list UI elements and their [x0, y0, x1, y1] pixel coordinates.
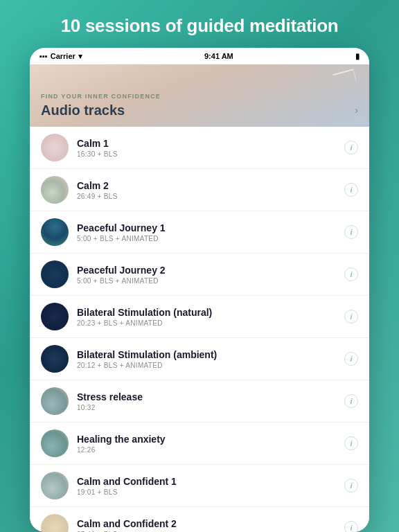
track-meta: 5:00 + BLS + ANIMATED [77, 235, 344, 242]
banner-subtitle: FIND YOUR INNER CONFIDENCE [41, 93, 358, 100]
status-bar: ▪▪▪ Carrier ▾ 9:41 AM ▮ [30, 48, 369, 64]
track-list: Calm 1 16:30 + BLS i Calm 2 26:49 + BLS … [30, 127, 369, 532]
track-item-2[interactable]: Calm 2 26:49 + BLS i [30, 169, 369, 211]
info-icon[interactable]: i [344, 183, 358, 197]
track-info: Calm 2 26:49 + BLS [77, 180, 344, 200]
track-name: Peaceful Journey 2 [77, 265, 344, 276]
track-item-4[interactable]: Peaceful Journey 2 5:00 + BLS + ANIMATED… [30, 254, 369, 296]
info-icon[interactable]: i [344, 225, 358, 239]
track-avatar [41, 345, 69, 373]
status-time: 9:41 AM [204, 52, 233, 60]
track-meta: 20:23 + BLS + ANIMATED [77, 319, 344, 327]
track-name: Bilateral Stimulation (ambient) [77, 349, 344, 360]
track-avatar [41, 429, 69, 457]
track-item-5[interactable]: Bilateral Stimulation (natural) 20:23 + … [30, 296, 369, 338]
track-info: Calm and Confident 2 27:41 + BLS [77, 518, 344, 533]
status-left: ▪▪▪ Carrier ▾ [39, 52, 82, 61]
track-meta: 20:12 + BLS + ANIMATED [77, 362, 344, 369]
track-item-7[interactable]: Stress release 10:32 i [30, 380, 369, 423]
track-info: Calm and Confident 1 19:01 + BLS [77, 476, 344, 496]
track-avatar [41, 387, 69, 415]
track-avatar [41, 514, 69, 532]
track-meta: 12:26 [77, 446, 344, 454]
track-name: Calm and Confident 1 [77, 476, 344, 487]
banner-title: Audio tracks [41, 103, 358, 118]
track-name: Peaceful Journey 1 [77, 222, 344, 233]
info-icon[interactable]: i [344, 310, 358, 323]
info-icon[interactable]: i [344, 521, 358, 532]
track-info: Peaceful Journey 1 5:00 + BLS + ANIMATED [77, 222, 344, 242]
track-item-10[interactable]: Calm and Confident 2 27:41 + BLS i [30, 507, 369, 532]
track-item-1[interactable]: Calm 1 16:30 + BLS i [30, 127, 369, 169]
track-meta: 26:49 + BLS [77, 193, 344, 200]
track-avatar [41, 303, 69, 330]
track-info: Bilateral Stimulation (ambient) 20:12 + … [77, 349, 344, 369]
track-avatar [41, 260, 69, 288]
wifi-icon: ▾ [78, 52, 82, 61]
track-info: Healing the anxiety 12:26 [77, 434, 344, 454]
track-meta: 16:30 + BLS [77, 150, 344, 158]
carrier-label: Carrier [51, 52, 76, 60]
track-avatar [41, 134, 69, 161]
track-item-6[interactable]: Bilateral Stimulation (ambient) 20:12 + … [30, 338, 369, 380]
track-item-3[interactable]: Peaceful Journey 1 5:00 + BLS + ANIMATED… [30, 211, 369, 254]
info-icon[interactable]: i [344, 436, 358, 450]
track-avatar [41, 218, 69, 246]
info-icon[interactable]: i [344, 479, 358, 493]
track-avatar [41, 176, 69, 204]
track-item-9[interactable]: Calm and Confident 1 19:01 + BLS i [30, 465, 369, 507]
status-right: ▮ [355, 52, 360, 61]
track-meta: 5:00 + BLS + ANIMATED [77, 277, 344, 285]
track-item-8[interactable]: Healing the anxiety 12:26 i [30, 423, 369, 465]
page-title: 10 sessions of guided meditation [40, 0, 360, 48]
device-frame: ▪▪▪ Carrier ▾ 9:41 AM ▮ FIND YOUR INNER … [30, 48, 369, 532]
track-name: Bilateral Stimulation (natural) [77, 307, 344, 318]
info-icon[interactable]: i [344, 394, 358, 408]
info-icon[interactable]: i [344, 352, 358, 366]
header-banner: FIND YOUR INNER CONFIDENCE Audio tracks … [30, 64, 369, 127]
info-icon[interactable]: i [344, 141, 358, 154]
track-info: Bilateral Stimulation (natural) 20:23 + … [77, 307, 344, 327]
track-meta: 19:01 + BLS [77, 488, 344, 496]
track-info: Stress release 10:32 [77, 391, 344, 411]
track-meta: 10:32 [77, 404, 344, 411]
chevron-down-icon[interactable]: › [355, 105, 358, 116]
track-name: Calm 2 [77, 180, 344, 191]
track-name: Calm 1 [77, 138, 344, 149]
track-name: Stress release [77, 391, 344, 402]
info-icon[interactable]: i [344, 267, 358, 281]
battery-icon: ▮ [355, 52, 360, 61]
track-name: Calm and Confident 2 [77, 518, 344, 529]
signal-icon: ▪▪▪ [39, 52, 48, 60]
track-name: Healing the anxiety [77, 434, 344, 445]
track-avatar [41, 472, 69, 499]
track-info: Peaceful Journey 2 5:00 + BLS + ANIMATED [77, 265, 344, 285]
track-info: Calm 1 16:30 + BLS [77, 138, 344, 158]
